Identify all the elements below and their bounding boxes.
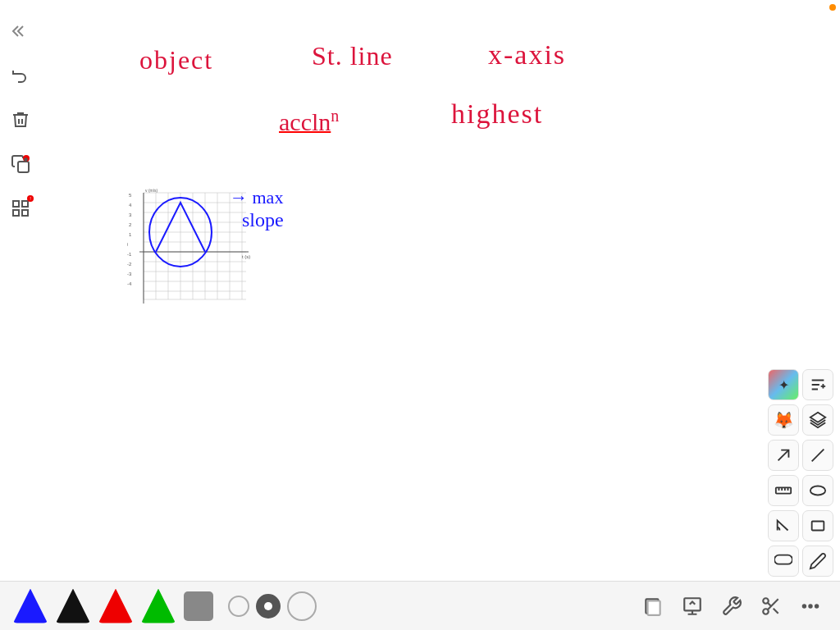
svg-text:4: 4 xyxy=(129,203,132,208)
svg-point-61 xyxy=(803,605,806,607)
svg-rect-52 xyxy=(812,522,824,531)
svg-text:v (m/s): v (m/s) xyxy=(145,188,158,193)
angle-button[interactable] xyxy=(768,510,799,541)
svg-line-44 xyxy=(778,450,789,461)
color-blue-button[interactable] xyxy=(13,589,48,623)
grid-button[interactable]: ! xyxy=(6,194,35,223)
tool-row-2: 🦊 xyxy=(768,404,833,436)
more-button[interactable] xyxy=(794,590,827,623)
tool-row-6 xyxy=(768,546,833,577)
brush-size-medium[interactable] xyxy=(256,594,281,619)
text-button[interactable] xyxy=(802,369,833,400)
pages-button[interactable] xyxy=(637,590,669,623)
svg-text:0: 0 xyxy=(127,242,128,247)
svg-text:2: 2 xyxy=(129,222,132,227)
max-label: → max xyxy=(230,187,283,208)
svg-text:1: 1 xyxy=(129,232,132,237)
svg-point-56 xyxy=(763,598,769,604)
slope-label: slope xyxy=(242,209,284,231)
svg-rect-3 xyxy=(13,201,19,207)
svg-text:3: 3 xyxy=(129,212,132,217)
x-axis-label: x-axis xyxy=(488,39,566,71)
notification-dot xyxy=(829,4,836,11)
brush-size-large[interactable] xyxy=(287,591,317,621)
svg-rect-55 xyxy=(684,598,701,610)
svg-point-62 xyxy=(809,605,811,607)
svg-rect-5 xyxy=(13,210,19,216)
bottom-right-buttons xyxy=(637,590,827,623)
left-toolbar: + ! xyxy=(0,0,41,630)
svg-point-63 xyxy=(815,605,818,607)
tool-row-3 xyxy=(768,440,833,471)
svg-point-51 xyxy=(810,486,825,495)
undo-button[interactable] xyxy=(6,61,35,90)
svg-text:+: + xyxy=(25,157,27,162)
svg-text:-4: -4 xyxy=(127,281,132,286)
copy-button[interactable]: + xyxy=(6,149,35,179)
svg-line-60 xyxy=(768,602,771,605)
delete-button[interactable] xyxy=(6,105,35,135)
svg-text:5: 5 xyxy=(129,193,132,198)
union-button[interactable] xyxy=(768,546,799,577)
right-panel: ✦ 🦊 xyxy=(768,369,833,577)
svg-text:t (s): t (s) xyxy=(242,254,250,259)
svg-rect-54 xyxy=(648,600,660,614)
accln-label: acclnn xyxy=(279,107,339,136)
rectangle-button[interactable] xyxy=(802,510,833,541)
arrow-button[interactable] xyxy=(768,440,799,471)
canvas-area[interactable]: object St. line x-axis acclnn highest xyxy=(41,0,799,630)
object-label: object xyxy=(139,45,213,75)
svg-text:-2: -2 xyxy=(127,262,132,267)
tool-row-5 xyxy=(768,510,833,541)
layers-button[interactable] xyxy=(802,404,833,436)
tools-button[interactable] xyxy=(715,590,748,623)
brush-size-small[interactable] xyxy=(228,596,249,617)
export-button[interactable] xyxy=(676,590,709,623)
svg-rect-46 xyxy=(776,487,791,493)
color-red-button[interactable] xyxy=(98,589,133,623)
pen-button[interactable] xyxy=(802,546,833,577)
color-green-button[interactable] xyxy=(141,589,176,623)
line-button[interactable] xyxy=(802,440,833,471)
color-gray-button[interactable] xyxy=(184,591,213,621)
scissors-button[interactable] xyxy=(755,590,788,623)
st-line-label: St. line xyxy=(312,41,393,71)
highest-label: highest xyxy=(451,98,543,130)
color-black-button[interactable] xyxy=(56,589,90,623)
sticker-button[interactable]: 🦊 xyxy=(768,404,799,436)
svg-point-57 xyxy=(763,609,769,614)
effects-button[interactable]: ✦ xyxy=(768,369,799,400)
svg-rect-6 xyxy=(22,210,28,216)
bottom-toolbar xyxy=(0,581,840,630)
svg-line-59 xyxy=(774,608,778,613)
svg-rect-4 xyxy=(22,201,28,207)
ellipse-button[interactable] xyxy=(802,475,833,506)
svg-line-45 xyxy=(812,450,824,462)
ruler-button[interactable] xyxy=(768,475,799,506)
back-button[interactable] xyxy=(6,16,35,46)
tool-row-1: ✦ xyxy=(768,369,833,400)
svg-rect-0 xyxy=(18,162,29,172)
svg-text:-1: -1 xyxy=(127,252,132,257)
tool-row-4 xyxy=(768,475,833,506)
svg-text:-3: -3 xyxy=(127,272,132,276)
